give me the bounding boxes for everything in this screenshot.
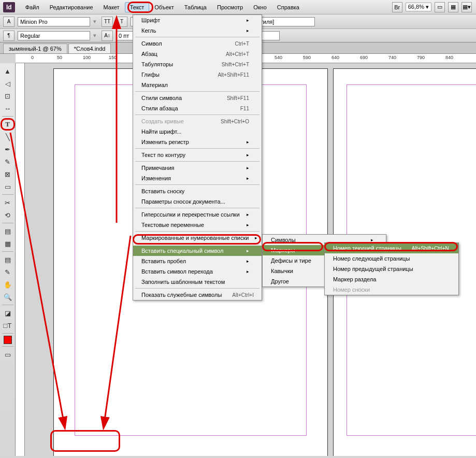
text-menu-item-31[interactable]: Вставить символ перехода — [133, 266, 262, 277]
markers-submenu: Номер текущей страницыAlt+Shift+Ctrl+NНо… — [324, 242, 459, 295]
text-menu-dropdown: ШрифтКегльСимволCtrl+TАбзацAlt+Ctrl+TТаб… — [133, 15, 262, 300]
toolbox: ▲ ◁ ⊡ ↔ T ╲ ✒ ✎ ⊠ ▭ ✂ ⟲ ▤ ▦ ▤ ✎ ✋ 🔍 ◪ □T… — [0, 63, 16, 456]
scissors-tool[interactable]: ✂ — [2, 197, 13, 208]
tab-doc2[interactable]: *Слов4.indd — [68, 44, 111, 53]
note-tool[interactable]: ▤ — [2, 254, 13, 265]
eyedropper-tool[interactable]: ✎ — [2, 266, 13, 278]
direct-select-tool[interactable]: ◁ — [2, 78, 13, 89]
screen-mode-icon[interactable]: ▭ — [435, 2, 445, 12]
text-menu-item-16[interactable]: Текст по контуру — [133, 150, 262, 160]
pencil-tool[interactable]: ✎ — [2, 156, 13, 167]
text-menu-item-12: Создать кривыеShift+Ctrl+O — [133, 116, 262, 126]
rect-tool[interactable]: ▭ — [2, 181, 13, 192]
text-menu-item-32[interactable]: Заполнить шаблонным текстом — [133, 277, 262, 287]
rect-frame-tool[interactable]: ⊠ — [2, 168, 13, 180]
tt-icon[interactable]: TT — [102, 17, 113, 27]
text-menu-item-4[interactable]: АбзацAlt+Ctrl+T — [133, 49, 262, 59]
markers-item-2[interactable]: Номер предыдущей страницы — [325, 264, 458, 274]
zoom-tool[interactable]: 🔍 — [2, 291, 13, 303]
fill-stroke-icon[interactable]: ◪ — [2, 307, 13, 319]
menu-window[interactable]: Окно — [248, 2, 272, 12]
view-mode-icon[interactable]: ▭ — [2, 349, 13, 360]
char-mode-icon[interactable]: A — [3, 17, 15, 27]
menu-layout[interactable]: Макет — [98, 2, 125, 12]
app-logo: Id — [3, 2, 15, 12]
gradient-tool[interactable]: ▤ — [2, 225, 13, 237]
leading-icon[interactable]: A↕ — [102, 31, 113, 41]
color-swatch[interactable] — [4, 336, 12, 344]
menu-file[interactable]: Файл — [20, 2, 45, 12]
text-menu-item-7[interactable]: Материал — [133, 80, 262, 90]
arrange-icon[interactable]: ▦ — [448, 2, 458, 12]
text-menu-item-1[interactable]: Кегль — [133, 25, 262, 36]
text-menu-item-21[interactable]: Вставить сноску — [133, 186, 262, 196]
vertical-ruler[interactable] — [16, 63, 25, 456]
font-family-field[interactable]: Minion Pro — [18, 17, 90, 26]
workspace-icon[interactable]: ▦▾ — [461, 2, 472, 12]
text-menu-item-29[interactable]: Вставить специальный символ — [133, 246, 262, 256]
text-menu-item-3[interactable]: СимволCtrl+T — [133, 38, 262, 49]
menu-help[interactable]: Справка — [272, 2, 305, 12]
menu-text[interactable]: Текст — [125, 2, 150, 12]
text-menu-item-5[interactable]: ТабуляторыShift+Ctrl+T — [133, 59, 262, 69]
tab-doc1[interactable]: зымянный-1 @ 67% — [3, 44, 67, 53]
text-menu-item-14[interactable]: Изменить регистр — [133, 137, 262, 147]
text-menu-item-10[interactable]: Стили абзацаF11 — [133, 103, 262, 113]
menu-object[interactable]: Объект — [149, 2, 179, 12]
page-tool[interactable]: ⊡ — [2, 90, 13, 102]
markers-item-1[interactable]: Номер следующей страницы — [325, 253, 458, 264]
zoom-field[interactable]: 66,8% ▾ — [406, 3, 431, 11]
bridge-icon[interactable]: Br — [392, 2, 402, 12]
text-menu-item-27[interactable]: Маркированные и нумерованные списки — [133, 233, 262, 243]
para-mode-icon[interactable]: ¶ — [3, 31, 15, 41]
text-menu-item-13[interactable]: Найти шрифт... — [133, 126, 262, 137]
markers-item-0[interactable]: Номер текущей страницыAlt+Shift+Ctrl+N — [325, 243, 458, 253]
hand-tool[interactable]: ✋ — [2, 279, 13, 290]
font-style-field[interactable]: Regular — [18, 31, 90, 40]
text-menu-item-18[interactable]: Примечания — [133, 163, 262, 173]
menubar: Id Файл Редактирование Макет Текст Объек… — [0, 0, 476, 15]
text-menu-item-30[interactable]: Вставить пробел — [133, 256, 262, 266]
text-menu-item-19[interactable]: Изменения — [133, 173, 262, 183]
swatch-tool[interactable]: ▦ — [2, 238, 13, 249]
text-menu-item-34[interactable]: Показать служебные символыAlt+Ctrl+I — [133, 290, 262, 300]
text-menu-item-24[interactable]: Гиперссылки и перекрестные ссылки — [133, 209, 262, 220]
menu-edit[interactable]: Редактирование — [45, 2, 98, 12]
markers-item-4: Номер сноски — [325, 284, 458, 295]
text-menu-item-6[interactable]: ГлифыAlt+Shift+F11 — [133, 69, 262, 80]
apply-color-icon[interactable]: □T — [2, 320, 13, 331]
pen-tool[interactable]: ✒ — [2, 144, 13, 155]
gap-tool[interactable]: ↔ — [2, 103, 13, 114]
text-menu-item-25[interactable]: Текстовые переменные — [133, 220, 262, 230]
transform-tool[interactable]: ⟲ — [2, 209, 13, 221]
text-menu-item-0[interactable]: Шрифт — [133, 15, 262, 25]
scale-h-icon[interactable]: T — [116, 17, 127, 27]
menu-view[interactable]: Просмотр — [212, 2, 248, 12]
text-menu-item-22[interactable]: Параметры сносок документа... — [133, 196, 262, 207]
menu-table[interactable]: Таблица — [179, 2, 212, 12]
text-menu-item-9[interactable]: Стили символаShift+F11 — [133, 93, 262, 103]
selection-tool[interactable]: ▲ — [2, 65, 13, 77]
type-tool[interactable]: T — [2, 119, 13, 130]
line-tool[interactable]: ╲ — [2, 131, 13, 142]
markers-item-3[interactable]: Маркер раздела — [325, 274, 458, 284]
